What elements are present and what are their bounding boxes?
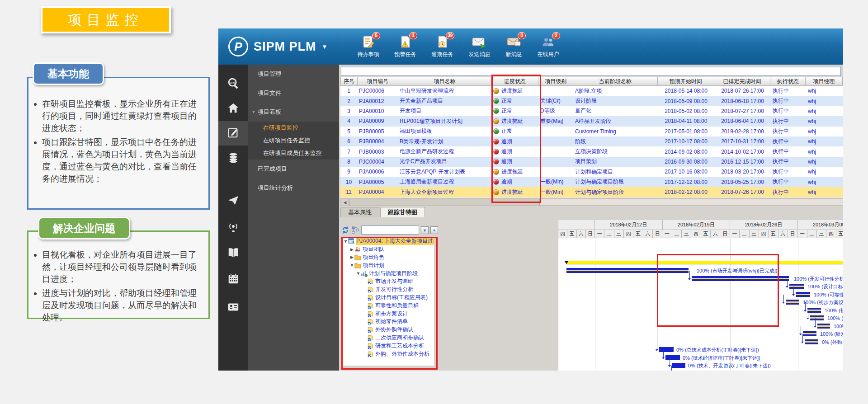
- tree-collapse-icon[interactable]: ▼: [349, 263, 354, 268]
- new-message-icon: 3: [506, 35, 521, 49]
- column-header-项目编号[interactable]: 项目编号: [358, 77, 398, 85]
- table-row[interactable]: 11PJA00004上海大众全新项目过程进度拖延一般(Min)计划与确定项目阶段…: [340, 187, 843, 197]
- gantt-task-bar[interactable]: [805, 339, 818, 344]
- tree-expand-icon[interactable]: ▶: [349, 255, 354, 259]
- gantt-day-cell: 一: [662, 230, 672, 238]
- table-row[interactable]: 8PJC00004光学C产品开发项目逾期项目策划2016-09-30 08:00…: [340, 157, 843, 167]
- tree-node[interactable]: ▶项目角色: [342, 254, 434, 262]
- toolbar-online-users[interactable]: 2在线用户: [537, 35, 559, 58]
- column-header-项目级别[interactable]: 项目级别: [538, 77, 573, 85]
- gantt-connector: [657, 271, 657, 349]
- rail-item-book[interactable]: [218, 241, 248, 266]
- tree-node[interactable]: 初始零件清单: [342, 318, 434, 326]
- menu-item-在研项目成员任务监控[interactable]: 在研项目成员任务监控: [248, 147, 339, 160]
- tree-node[interactable]: 外协外购件确认: [342, 326, 434, 334]
- tab-tracking-gantt[interactable]: 跟踪甘特图: [380, 207, 425, 217]
- rail-item-edit[interactable]: [218, 121, 248, 146]
- horizontal-scrollbar[interactable]: ◀: [340, 198, 843, 206]
- tree-node[interactable]: ▶项目团队: [342, 245, 434, 254]
- rail-item-sipm-search[interactable]: SIPM: [218, 72, 248, 97]
- tree-node-label: 研发和工艺成本分析: [375, 342, 424, 350]
- gantt-day-cell: 日: [788, 230, 797, 238]
- tree-collapse-icon[interactable]: ▼: [356, 271, 361, 276]
- table-row[interactable]: 5PJB00005福田项目模板正常Customer Timing2017-05-…: [340, 127, 843, 136]
- gantt-task-bar[interactable]: [786, 300, 799, 305]
- table-row[interactable]: 7PJB00003电源全新产品研发过程逾期立项决策阶段2014-09-02 08…: [340, 146, 843, 156]
- gantt-task-bar[interactable]: [659, 347, 674, 352]
- toolbar-todo-list[interactable]: 5待办事项: [357, 35, 379, 58]
- gantt-task-bar[interactable]: [566, 268, 689, 273]
- column-header-项目经理[interactable]: 项目经理: [806, 77, 843, 85]
- gantt-task-bar[interactable]: [672, 363, 685, 368]
- scroll-left-button[interactable]: ◀: [341, 199, 349, 206]
- tree-node[interactable]: 设计目标(工程应用表): [342, 294, 434, 302]
- gantt-task-bar[interactable]: [817, 324, 830, 329]
- table-row[interactable]: 3PJA00010开发项目正常D等级量产化2018-05-02 08:00201…: [340, 106, 843, 116]
- column-header-项目名称[interactable]: 项目名称: [398, 77, 492, 85]
- refresh-icon[interactable]: [341, 226, 349, 234]
- toolbar-send-message[interactable]: 发送消息: [468, 35, 490, 58]
- scrollbar-thumb[interactable]: [349, 199, 540, 206]
- menu-item-在研项目任务监控[interactable]: 在研项目任务监控: [248, 134, 339, 147]
- menu-item-项目统计分析[interactable]: 项目统计分析: [248, 179, 339, 197]
- tree-node[interactable]: 研发和工艺成本分析: [342, 342, 434, 350]
- menu-item-已完成项目[interactable]: 已完成项目: [248, 160, 339, 179]
- table-row[interactable]: 1PJC00006中山皇冠研发管理流程进度拖延A阶段.立项2018-05-14 …: [340, 86, 843, 96]
- gantt-day-cell: 三: [750, 230, 759, 238]
- tree-search-input[interactable]: [361, 225, 419, 235]
- tree-node[interactable]: 初步方案设计: [342, 310, 434, 318]
- menu-item-项目看板[interactable]: ▼项目看板: [248, 103, 339, 122]
- rail-item-database[interactable]: [218, 146, 248, 171]
- tree-node[interactable]: ▼计划与确定项目阶段: [342, 269, 434, 277]
- rail-item-calendar[interactable]: [218, 268, 248, 292]
- toolbar-warning-task[interactable]: 1预警任务: [394, 35, 416, 58]
- column-header-预期开始时间[interactable]: 预期开始时间: [658, 77, 714, 85]
- menu-item-在研项目监控[interactable]: 在研项目监控: [248, 122, 339, 134]
- column-header-执行状态[interactable]: 执行状态: [770, 77, 806, 85]
- rail-item-home[interactable]: [218, 97, 248, 121]
- tab-basic-properties[interactable]: 基本属性: [340, 207, 379, 217]
- tree-node[interactable]: 开发可行性分析: [342, 286, 434, 294]
- gantt-task-bar[interactable]: [796, 292, 810, 297]
- column-header-序号[interactable]: 序号: [341, 77, 358, 85]
- toolbar-new-message[interactable]: 3新消息: [505, 35, 522, 58]
- expand-node-button[interactable]: +: [430, 226, 438, 234]
- gantt-task-bar[interactable]: [789, 284, 804, 289]
- table-row[interactable]: 9PJA00006江苏云意APQP-开发计划表进度拖延计划和确定项目2017-1…: [340, 167, 843, 177]
- table-row[interactable]: 10PJA00005上海通用全新项目过程逾期一般(Min)计划与确定项目阶段20…: [340, 177, 843, 187]
- tree-collapse-icon[interactable]: ▼: [343, 239, 348, 244]
- column-header-当前阶段名称[interactable]: 当前阶段名称: [573, 77, 658, 85]
- tree-node[interactable]: 二次供应商初步确认: [342, 334, 434, 342]
- table-row[interactable]: 2PJA00012开关全新产品项目正常关键(Cr)设计阶段2018-05-09 …: [340, 96, 843, 106]
- tree-node[interactable]: 市场开发与调研: [342, 277, 434, 286]
- column-header-进度状态[interactable]: 进度状态: [491, 77, 538, 85]
- rail-item-broadcast[interactable]: [218, 215, 248, 240]
- gantt-task-bar[interactable]: [692, 276, 789, 281]
- tree-node[interactable]: ▼PJA00004: 上海大众全新项目过程: [342, 237, 434, 245]
- rail-item-send-plane[interactable]: [218, 189, 248, 213]
- locate-node-button[interactable]: ▾: [421, 226, 429, 234]
- gantt-task-bar[interactable]: [665, 355, 680, 360]
- gantt-task-bar[interactable]: [810, 315, 824, 320]
- toolbar-overdue-task[interactable]: 39逾期任务: [431, 35, 453, 58]
- hierarchy-icon[interactable]: [351, 226, 359, 234]
- tree-node[interactable]: ▼项目计划: [342, 261, 434, 269]
- gantt-task-bar[interactable]: [807, 308, 821, 313]
- cell: 一般(Min): [538, 187, 573, 197]
- brand[interactable]: P SIPM PLM ▼: [228, 37, 327, 56]
- column-header-已排定完成时间[interactable]: 已排定完成时间: [714, 77, 771, 85]
- phase-icon: [361, 270, 368, 277]
- gantt-summary-bar[interactable]: [566, 261, 843, 264]
- tree-node[interactable]: 可靠性和质量目标: [342, 301, 434, 310]
- rail-item-id-card[interactable]: [218, 296, 248, 320]
- table-row[interactable]: 6PJB00004B类常规-开发计划逾期阶段2017-10-17 08:0020…: [340, 136, 843, 146]
- tree-node[interactable]: 外购、外协件成本分析: [342, 350, 434, 358]
- tree-expand-icon[interactable]: ▶: [349, 247, 354, 252]
- menu-item-项目文件[interactable]: 项目文件: [248, 84, 339, 103]
- menu-item-项目管理[interactable]: 项目管理: [248, 65, 339, 84]
- table-row[interactable]: 4PJA00009RLP001瑞立项目开发计划进度拖延重要(Maj)A样品开发阶…: [340, 116, 843, 126]
- chevron-down-icon[interactable]: ▼: [322, 43, 328, 50]
- gantt-task-bar[interactable]: [803, 331, 816, 336]
- id-card-icon: [227, 301, 240, 315]
- table-filter-input[interactable]: [341, 67, 841, 76]
